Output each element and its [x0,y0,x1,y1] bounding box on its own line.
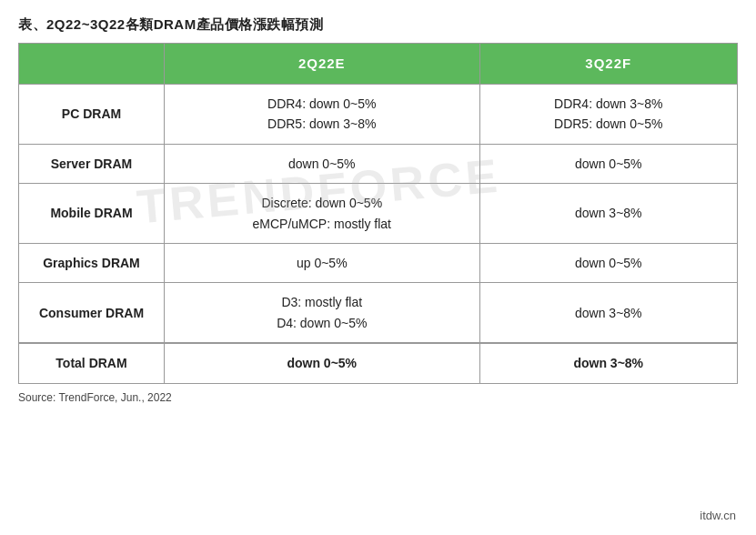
col-header-3q22: 3Q22F [479,44,737,85]
table-row: Total DRAMdown 0~5%down 3~8% [19,343,738,383]
row-q3-server-dram: down 0~5% [479,144,737,183]
row-q3-total-dram: down 3~8% [479,343,737,383]
table-row: Consumer DRAMD3: mostly flatD4: down 0~5… [19,283,738,343]
row-q3-consumer-dram: down 3~8% [479,283,737,343]
row-label-pc-dram: PC DRAM [19,85,165,145]
col-header-2q22: 2Q22E [165,44,480,85]
row-q2-pc-dram: DDR4: down 0~5%DDR5: down 3~8% [165,85,480,145]
table-row: Server DRAMdown 0~5%down 0~5% [19,144,738,183]
row-q3-graphics-dram: down 0~5% [479,243,737,282]
row-q2-server-dram: down 0~5% [165,144,480,183]
row-label-server-dram: Server DRAM [19,144,165,183]
site-label: itdw.cn [700,509,736,522]
row-q2-consumer-dram: D3: mostly flatD4: down 0~5% [165,283,480,343]
row-label-graphics-dram: Graphics DRAM [19,243,165,282]
row-q2-graphics-dram: up 0~5% [165,243,480,282]
row-label-mobile-dram: Mobile DRAM [19,184,165,244]
dram-table: 2Q22E 3Q22F PC DRAMDDR4: down 0~5%DDR5: … [18,43,738,384]
row-label-consumer-dram: Consumer DRAM [19,283,165,343]
col-header-label [19,44,165,85]
table-row: Mobile DRAMDiscrete: down 0~5%eMCP/uMCP:… [19,184,738,244]
page-title: 表、2Q22~3Q22各類DRAM產品價格漲跌幅預測 [18,16,738,34]
row-q2-total-dram: down 0~5% [165,343,480,383]
table-header: 2Q22E 3Q22F [19,44,738,85]
footer-source: Source: TrendForce, Jun., 2022 [18,391,738,404]
table-row: Graphics DRAMup 0~5%down 0~5% [19,243,738,282]
row-q3-mobile-dram: down 3~8% [479,184,737,244]
row-q3-pc-dram: DDR4: down 3~8%DDR5: down 0~5% [479,85,737,145]
table-row: PC DRAMDDR4: down 0~5%DDR5: down 3~8%DDR… [19,85,738,145]
row-label-total-dram: Total DRAM [19,343,165,383]
row-q2-mobile-dram: Discrete: down 0~5%eMCP/uMCP: mostly fla… [165,184,480,244]
